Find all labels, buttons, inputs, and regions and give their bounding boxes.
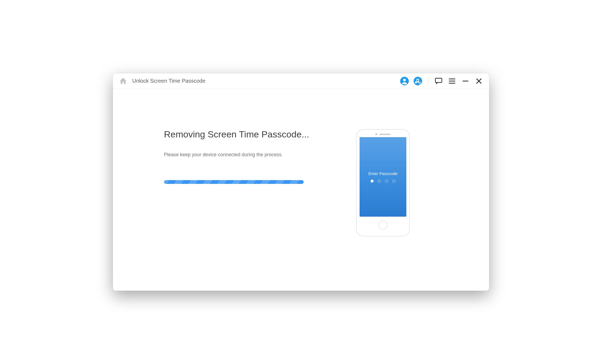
titlebar-left: Unlock Screen Time Passcode: [119, 77, 205, 85]
music-search-icon[interactable]: [414, 77, 422, 85]
svg-line-4: [421, 84, 422, 85]
passcode-dot-icon: [378, 180, 381, 183]
status-pane: Removing Screen Time Passcode... Please …: [164, 129, 331, 275]
phone-screen: Enter Passcode: [360, 137, 406, 217]
titlebar: Unlock Screen Time Passcode: [113, 73, 489, 89]
feedback-icon[interactable]: [434, 77, 443, 85]
content-area: Removing Screen Time Passcode... Please …: [113, 89, 489, 291]
close-button[interactable]: [475, 77, 483, 85]
passcode-dot-icon: [392, 180, 395, 183]
svg-point-1: [403, 79, 406, 81]
home-icon[interactable]: [119, 77, 127, 85]
passcode-dot-icon: [385, 180, 388, 183]
passcode-dots: [371, 180, 395, 183]
progress-bar: [164, 180, 304, 184]
hamburger-menu-icon[interactable]: [448, 77, 456, 85]
device-illustration-pane: Enter Passcode: [352, 129, 414, 275]
phone-illustration: Enter Passcode: [356, 129, 410, 236]
passcode-dot-icon: [371, 180, 374, 183]
passcode-label: Enter Passcode: [368, 171, 398, 176]
minimize-button[interactable]: [461, 77, 470, 85]
status-heading: Removing Screen Time Passcode...: [164, 129, 331, 140]
camera-dot-icon: [375, 133, 377, 135]
speaker-slit-icon: [379, 134, 390, 135]
app-window: Unlock Screen Time Passcode: [113, 73, 489, 291]
user-icon[interactable]: [400, 77, 409, 85]
progress-bar-fill: [164, 180, 304, 184]
phone-top-hardware: [375, 133, 390, 135]
phone-home-button-icon: [378, 220, 388, 230]
status-subtext: Please keep your device connected during…: [164, 152, 331, 158]
app-title: Unlock Screen Time Passcode: [132, 78, 205, 84]
titlebar-divider: [428, 78, 428, 85]
svg-rect-5: [435, 78, 442, 82]
titlebar-right: [400, 77, 483, 85]
